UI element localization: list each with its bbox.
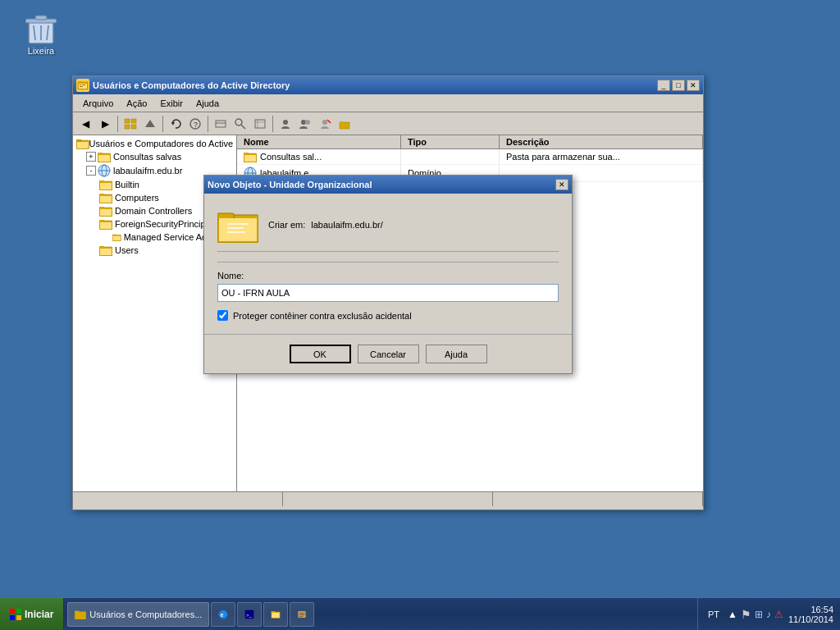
taskbar: Iniciar Usuários e Computadores... e >_ [0,597,840,630]
dialog-buttons: OK Cancelar Ajuda [204,334,572,373]
windows-logo-icon [10,609,21,620]
taskbar-clock[interactable]: 16:54 11/10/2014 [788,605,833,624]
taskbar-item-aduc[interactable]: Usuários e Computadores... [67,602,209,627]
dialog-folder-icon [217,207,258,243]
taskbar-explorer-icon[interactable] [263,602,288,627]
extra-icon [297,607,307,622]
dialog-new-ou: Novo Objeto - Unidade Organizacional ✕ [203,175,573,374]
dialog-overlay: Novo Objeto - Unidade Organizacional ✕ [73,76,703,509]
clock-time: 16:54 [788,605,833,614]
svg-rect-2 [35,16,47,20]
svg-rect-74 [10,609,15,614]
svg-rect-88 [299,613,305,614]
clock-date: 11/10/2014 [788,614,833,624]
svg-rect-72 [227,227,244,229]
taskbar-tray-icons: ▲ ⚑ ⊞ ♪ ⚠ [728,608,783,621]
svg-text:e: e [221,611,224,617]
explorer-icon [271,607,281,622]
taskbar-extra-icon[interactable] [290,602,314,627]
tray-expand-icon[interactable]: ▲ [728,609,737,620]
dialog-nome-label: Nome: [217,271,559,281]
svg-rect-77 [16,615,21,620]
taskbar-cmd-icon[interactable]: >_ [237,602,262,627]
dialog-checkbox-row: Proteger contêiner contra exclusão acide… [217,310,559,321]
cmd-icon: >_ [244,607,254,622]
taskbar-item-icon [75,609,86,619]
svg-text:>_: >_ [246,612,253,617]
dialog-divider [217,262,559,262]
tray-alert-icon[interactable]: ⚠ [774,609,783,620]
dialog-ok-button[interactable]: OK [290,345,351,363]
taskbar-items: Usuários e Computadores... e >_ [64,598,697,630]
dialog-criar-info: Criar em: labaulaifm.edu.br/ [268,220,383,230]
dialog-title: Novo Objeto - Unidade Organizacional [208,180,552,189]
dialog-help-button[interactable]: Ajuda [426,345,487,363]
tray-network-icon[interactable]: ⊞ [755,609,763,620]
dialog-criar-path: labaulaifm.edu.br/ [311,220,382,230]
svg-rect-86 [272,613,280,618]
tray-flag-icon: ⚑ [741,608,751,621]
ie-icon: e [218,607,228,622]
svg-rect-79 [75,610,80,613]
dialog-checkbox-label: Proteger contêiner contra exclusão acide… [233,311,412,321]
svg-rect-90 [299,616,304,617]
dialog-content: Criar em: labaulaifm.edu.br/ Nome: Prote… [204,194,572,334]
svg-rect-76 [10,615,15,620]
recycle-bin-icon[interactable]: Lixeira [16,13,66,56]
dialog-close-button[interactable]: ✕ [555,179,568,190]
recycle-bin-label: Lixeira [28,46,54,56]
dialog-titlebar: Novo Objeto - Unidade Organizacional ✕ [204,176,572,194]
taskbar-ie-icon[interactable]: e [211,602,235,627]
svg-rect-73 [227,231,245,233]
svg-rect-75 [16,609,21,614]
dialog-criar-label: Criar em: labaulaifm.edu.br/ [268,220,383,230]
main-window: Usuários e Computadores do Active Direct… [72,75,704,510]
svg-rect-89 [299,614,305,615]
dialog-nome-input[interactable] [217,284,559,302]
svg-rect-85 [272,611,276,613]
svg-rect-70 [219,218,257,241]
svg-rect-71 [227,223,249,225]
dialog-cancel-button[interactable]: Cancelar [358,345,419,363]
start-button[interactable]: Iniciar [0,598,64,631]
dialog-header-row: Criar em: labaulaifm.edu.br/ [217,207,559,252]
taskbar-right: PT ▲ ⚑ ⊞ ♪ ⚠ 16:54 11/10/2014 [697,598,840,630]
taskbar-language: PT [705,609,723,619]
dialog-protect-checkbox[interactable] [217,310,228,321]
tray-sound-icon[interactable]: ♪ [766,609,771,620]
